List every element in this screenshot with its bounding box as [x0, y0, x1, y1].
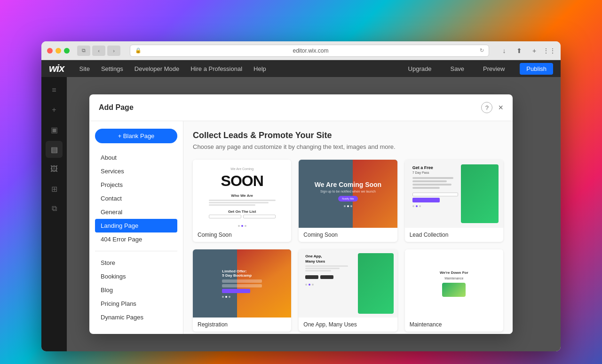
preview-app-sub: Many Uses — [305, 259, 325, 263]
preview-soon2-btn: Notify Me — [338, 196, 357, 201]
preview-soon1-who: Who We Are — [231, 194, 253, 198]
nav-item-blog[interactable]: Blog — [95, 283, 177, 297]
template-card-coming-soon-2[interactable]: We Are Coming Soon Sign up to be notifie… — [299, 160, 397, 242]
preview-app-title: One App, — [305, 254, 322, 258]
preview-dot-active — [347, 205, 349, 207]
preview-dot — [238, 225, 240, 227]
reg-btn — [222, 289, 250, 293]
modal-close-btn[interactable]: × — [498, 103, 503, 112]
forward-btn[interactable]: › — [107, 46, 120, 56]
template-preview-app: One App, Many Uses — [299, 249, 397, 318]
back-btn[interactable]: ‹ — [92, 46, 105, 56]
template-label-soon2: Coming Soon — [299, 228, 397, 242]
lead-item-line — [412, 177, 454, 179]
lead-form-field — [412, 193, 459, 196]
share-btn[interactable]: ⬆ — [514, 45, 525, 56]
preview-reg-title: Limited Offer:5 Day Bootcamp — [222, 269, 262, 278]
template-card-maintenance[interactable]: We're Down For Maintenance Maintenance — [405, 249, 503, 332]
preview-lead-sub: 7 Day Pass — [412, 171, 429, 174]
text-line — [209, 202, 269, 203]
upgrade-btn[interactable]: Upgrade — [404, 63, 436, 74]
preview-dot — [312, 284, 314, 286]
template-label-lead: Lead Collection — [405, 228, 503, 242]
extensions-btn[interactable]: ⋮⋮ — [544, 45, 555, 56]
preview-lead-form — [412, 193, 459, 202]
preview-dot — [412, 205, 414, 207]
preview-soon1-bigtext: SOON — [221, 172, 263, 190]
nav-settings[interactable]: Settings — [101, 65, 123, 72]
nav-item-landing-page[interactable]: Landing Page — [95, 219, 177, 232]
nav-item-store[interactable]: Store — [95, 256, 177, 270]
browser-nav-controls: ⧉ ‹ › — [77, 46, 120, 56]
template-label-maintenance: Maintenance — [405, 318, 503, 332]
template-card-app[interactable]: One App, Many Uses — [299, 249, 397, 332]
browser-window: ⧉ ‹ › 🔒 editor.wix.com ↻ ↓ ⬆ + ⋮⋮ wix Si… — [41, 41, 561, 351]
nav-item-contact[interactable]: Contact — [95, 192, 177, 205]
preview-maintenance-sub: Maintenance — [444, 277, 463, 280]
template-preview-maintenance: We're Down For Maintenance — [405, 249, 503, 318]
nav-site[interactable]: Site — [79, 65, 89, 72]
nav-item-pricing[interactable]: Pricing Plans — [95, 297, 177, 310]
preview-reg-overlay: Limited Offer:5 Day Bootcamp — [217, 264, 267, 302]
preview-dot — [344, 205, 346, 207]
publish-btn[interactable]: Publish — [520, 63, 553, 75]
lead-item-line — [412, 184, 452, 186]
text-line — [305, 268, 340, 269]
nav-developer-mode[interactable]: Developer Mode — [135, 65, 179, 72]
app-store-btn — [305, 275, 318, 279]
nav-hire[interactable]: Hire a Professional — [190, 65, 242, 72]
tab-icon-btn[interactable]: ⧉ — [77, 46, 90, 56]
modal-help-btn[interactable]: ? — [481, 102, 492, 113]
nav-item-bookings[interactable]: Bookings — [95, 270, 177, 283]
preview-soon1-geton: Get On The List — [228, 209, 256, 214]
preview-maintenance-img — [442, 283, 466, 297]
minimize-traffic-light[interactable] — [55, 48, 61, 54]
browser-titlebar: ⧉ ‹ › 🔒 editor.wix.com ↻ ↓ ⬆ + ⋮⋮ — [41, 41, 561, 60]
template-grid: We Are Coming SOON Who We Are — [193, 160, 503, 332]
preview-maintenance-title: We're Down For — [440, 271, 468, 275]
nav-help[interactable]: Help — [253, 65, 266, 72]
preview-btn[interactable]: Preview — [479, 63, 508, 74]
add-page-modal: Add Page ? × + Blank Page About Services — [89, 94, 513, 334]
blank-page-btn[interactable]: + Blank Page — [95, 129, 177, 143]
new-tab-btn[interactable]: + — [529, 45, 540, 56]
modal-overlay: Add Page ? × + Blank Page About Services — [41, 77, 561, 351]
nav-item-projects[interactable]: Projects — [95, 178, 177, 192]
nav-item-dynamic[interactable]: Dynamic Pages — [95, 310, 177, 324]
text-line — [305, 265, 348, 267]
modal-body: + Blank Page About Services Projects Con… — [89, 121, 513, 334]
fullscreen-traffic-light[interactable] — [64, 48, 70, 54]
template-card-registration[interactable]: Limited Offer:5 Day Bootcamp — [193, 249, 291, 332]
nav-item-services[interactable]: Services — [95, 164, 177, 178]
reload-icon: ↻ — [480, 47, 484, 54]
template-card-coming-soon-1[interactable]: We Are Coming SOON Who We Are — [193, 160, 291, 242]
wix-logo: wix — [49, 62, 64, 75]
preview-dot — [245, 225, 246, 227]
preview-lead-title: Get a Free — [412, 165, 433, 170]
template-label-soon1: Coming Soon — [193, 228, 291, 242]
address-bar[interactable]: 🔒 editor.wix.com ↻ — [130, 45, 489, 57]
reg-field — [222, 279, 262, 283]
content-title: Collect Leads & Promote Your Site — [193, 131, 503, 140]
nav-item-about[interactable]: About — [95, 151, 177, 164]
editor-area: ≡ + ▣ ▤ 🖼 ⊞ ⧉ Add Page ? × — [41, 77, 561, 351]
modal-header: Add Page ? × — [89, 94, 513, 121]
preview-dot — [419, 205, 421, 207]
nav-section-pages: About Services Projects Contact General … — [95, 151, 177, 246]
browser-action-buttons: ↓ ⬆ + ⋮⋮ — [499, 45, 555, 56]
preview-app-img — [358, 253, 393, 314]
preview-soon2-overlay: We Are Coming Soon Sign up to be notifie… — [315, 181, 381, 207]
close-traffic-light[interactable] — [47, 48, 53, 54]
reg-field — [222, 284, 262, 287]
template-label-app: One App, Many Uses — [299, 318, 397, 332]
template-preview-soon-1: We Are Coming SOON Who We Are — [193, 160, 291, 228]
nav-item-404[interactable]: 404 Error Page — [95, 232, 177, 246]
nav-item-general[interactable]: General — [95, 205, 177, 219]
downloads-btn[interactable]: ↓ — [499, 45, 510, 56]
preview-dot — [222, 296, 224, 298]
template-card-lead[interactable]: Get a Free 7 Day Pass — [405, 160, 503, 242]
template-preview-reg: Limited Offer:5 Day Bootcamp — [193, 249, 291, 318]
lead-item-line — [412, 180, 447, 182]
url-text: editor.wix.com — [144, 47, 477, 54]
save-btn[interactable]: Save — [446, 63, 468, 74]
